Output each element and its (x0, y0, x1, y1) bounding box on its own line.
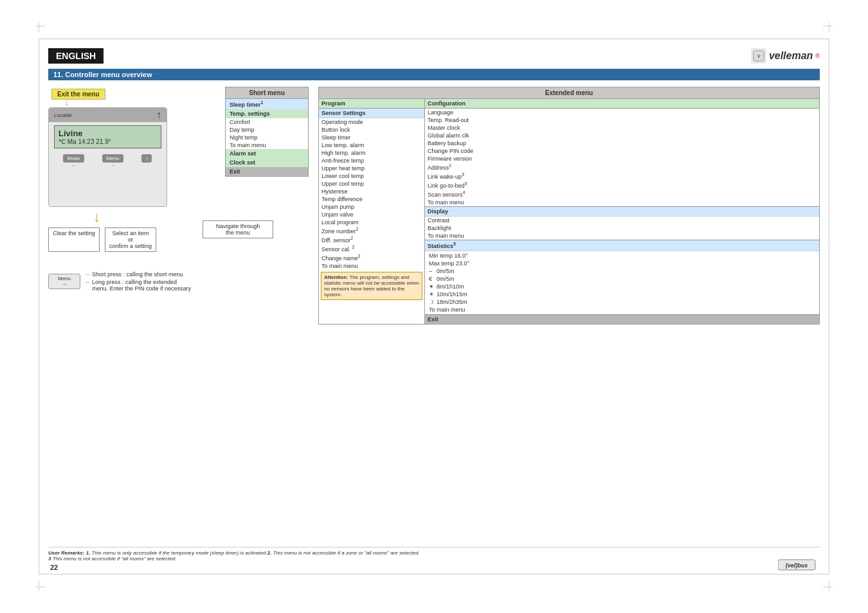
sensor-item: Button lock (319, 126, 424, 134)
stat-item: Min temp 16.0° (428, 252, 817, 260)
mode-button[interactable]: Mode (63, 154, 84, 163)
config-item: Address2 (425, 163, 819, 172)
page-number: 22 (50, 564, 58, 571)
config-item: Change PIN code (425, 147, 819, 155)
config-item: Firmware version (425, 155, 819, 163)
velbus-logo-bottom: (vel)bus (778, 558, 817, 573)
display-item: To main menu (425, 232, 819, 240)
footer-note-line1: User Remarks: 1. This menu is only acces… (48, 550, 820, 556)
stat-item: ✶ 8m/1h10m (428, 283, 817, 290)
navigate-label: Navigate through the menu (203, 220, 273, 238)
sensor-item: Change name2 (319, 253, 424, 262)
attention-box: Attention: The program, settings and sta… (321, 272, 422, 300)
sensor-item: Zone number2 (319, 226, 424, 235)
menu-label: → (111, 163, 115, 168)
extended-menu-body: Program Sensor Settings Operating mode B… (318, 99, 820, 324)
alarm-set: Alarm set (225, 149, 309, 158)
btn-menu-group: Menu → (102, 154, 123, 168)
config-item: Scan sensors4 (425, 190, 819, 199)
velleman-logo: V velleman ® (751, 48, 820, 64)
logo-registered: ® (815, 53, 820, 59)
screen-line2: ℃ Ma 14:23 21.9° (59, 138, 157, 145)
sensor-item: To main menu (319, 262, 424, 270)
border-left (39, 39, 39, 574)
yellow-arrow-down: ↓ (93, 210, 196, 224)
config-item: Language (425, 109, 819, 116)
config-items: Language Temp. Read-out Master clock Glo… (425, 109, 819, 206)
screen-line1: Livine (59, 129, 157, 138)
svg-text:(vel)bus: (vel)bus (786, 562, 808, 569)
display-header: Display (425, 206, 819, 217)
stat-icon: – (429, 268, 437, 274)
temp-settings-section: Temp. settings Comfort Day temp Night te… (225, 109, 309, 149)
sensor-item: Anti-freeze temp (319, 157, 424, 164)
sensor-item: Diff. sensor2 (319, 235, 424, 244)
config-header: Configuration (425, 99, 819, 109)
short-menu-column: Short menu Sleep timer1 Temp. settings C… (225, 87, 309, 177)
btn-arrow-group: ↓ (141, 154, 152, 168)
select-confirm-label: Select an item or confirm a setting (105, 227, 156, 252)
corner-mark (39, 581, 39, 591)
sensor-item: Lower cool temp (319, 172, 424, 180)
sensor-settings-header: Sensor Settings (319, 109, 424, 118)
config-item: Temp. Read-out (425, 116, 819, 124)
corner-mark (35, 587, 45, 587)
footer-note: User Remarks: 1. This menu is only acces… (48, 547, 820, 562)
corner-mark (35, 26, 45, 26)
sensor-item: High temp. alarm (319, 149, 424, 157)
mode-label: ← (71, 163, 76, 168)
sensor-item: Sleep timer (319, 134, 424, 141)
config-item: Link go-to-bed3 (425, 181, 819, 190)
device-screen: Livine ℃ Ma 14:23 21.9° (54, 125, 161, 148)
sensor-item: Temp difference (319, 195, 424, 203)
sensor-item: Unjam valve (319, 211, 424, 218)
arrow-button[interactable]: ↓ (141, 154, 152, 163)
stat-icon: ☀ (429, 291, 437, 298)
temp-comfort: Comfort (226, 118, 308, 126)
stat-item: – 0m/5m (428, 267, 817, 275)
stat-item: € 0m/5m (428, 275, 817, 283)
display-item: Backlight (425, 224, 819, 232)
velleman-logo-text: velleman (769, 50, 813, 62)
velleman-logo-icon: V (751, 48, 766, 64)
clock-set: Clock set (225, 158, 309, 167)
device-localite-label: Localite (54, 112, 72, 118)
config-item: Battery backup (425, 139, 819, 147)
corner-mark (39, 22, 39, 32)
sensor-item: Hysterese (319, 188, 424, 195)
menu-desc-row: Menu → → Short press : calling the short… (48, 271, 196, 292)
corner-mark (823, 26, 833, 26)
stat-item: ☽ 18m/2h35m (428, 298, 817, 306)
border-right (829, 39, 829, 574)
corner-mark (829, 22, 829, 32)
clear-setting-label: Clear the setting (48, 227, 100, 252)
config-item: Master clock (425, 124, 819, 132)
sensor-item: Upper heat temp (319, 164, 424, 172)
corner-mark (829, 581, 829, 591)
diagram-wrapper: Exit the menu ↓ Localite ↑ Livine (48, 87, 820, 324)
device-box: Localite ↑ Livine ℃ Ma 14:23 21.9° Mode (48, 107, 167, 207)
stat-icon: ☽ (429, 299, 437, 305)
menu-btn-icon: Menu → (48, 274, 80, 289)
display-items: Contrast Backlight To main menu (425, 217, 819, 240)
extended-exit: Exit (425, 314, 819, 324)
page-header: ENGLISH V velleman ® (48, 48, 820, 64)
device-buttons: Mode ← Menu → ↓ (49, 152, 167, 170)
display-item: Contrast (425, 217, 819, 224)
config-item: Global alarm clk (425, 132, 819, 139)
border-top (39, 39, 829, 39)
menu-desc-lines: → Short press : calling the short menu →… (84, 271, 191, 292)
btn-mode-group: Mode ← (63, 154, 84, 168)
extended-menu-header: Extended menu (318, 87, 820, 99)
device-top-bar: Localite ↑ (49, 108, 167, 122)
extended-menu-column: Extended menu Program Sensor Settings Op… (318, 87, 820, 324)
temp-main: To main menu (226, 141, 308, 149)
config-item: Link wake-up3 (425, 172, 819, 181)
short-menu-header: Short menu (225, 87, 309, 99)
svg-text:V: V (757, 54, 761, 58)
device-panel: Exit the menu ↓ Localite ↑ Livine (48, 87, 196, 294)
temp-night: Night temp (226, 134, 308, 141)
menu-button[interactable]: Menu (102, 154, 123, 163)
footer-note-line2: 3 This menu is not accessible if "all ro… (48, 556, 820, 562)
program-header: Program (319, 99, 424, 109)
